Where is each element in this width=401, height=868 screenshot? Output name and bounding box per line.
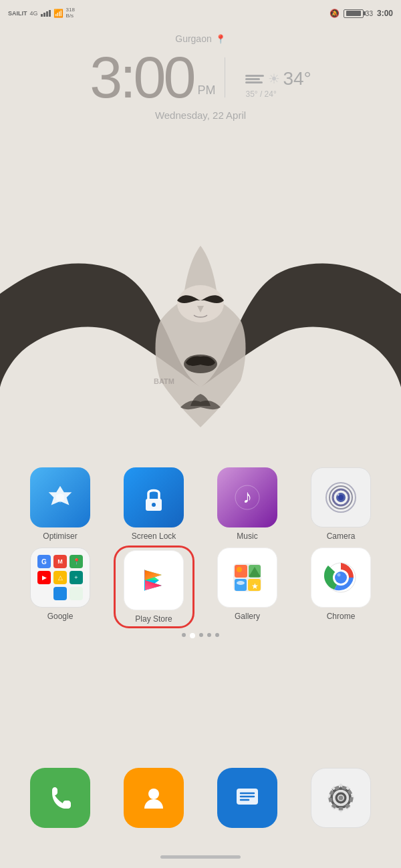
- camera-label: Camera: [327, 531, 356, 541]
- svg-point-23: [237, 581, 245, 585]
- svg-point-11: [338, 495, 344, 500]
- app-google[interactable]: G M 📍 ▶ △ + Google: [22, 548, 99, 626]
- batman-wallpaper: BATM: [0, 240, 401, 467]
- location-row: Gurgaon 📍: [0, 33, 401, 44]
- speed-label: 318B/s: [66, 7, 75, 19]
- optimiser-label: Optimiser: [43, 531, 77, 541]
- status-bar: SAILIT 4G 📶 318B/s 🔕 33 3:00: [0, 0, 401, 27]
- mute-icon: 🔕: [329, 9, 340, 18]
- app-screenlock[interactable]: Screen Lock: [116, 467, 192, 541]
- network-type: 4G: [30, 10, 38, 17]
- batman-svg: BATM: [0, 240, 401, 467]
- app-row-2: G M 📍 ▶ △ + Google: [13, 548, 388, 626]
- app-music[interactable]: ♪ Music: [209, 467, 286, 541]
- gallery-icon: ★: [217, 548, 277, 608]
- app-chrome[interactable]: Chrome: [303, 548, 380, 626]
- clock-row: 3:00 PM: [90, 48, 215, 107]
- page-dot-2: [199, 633, 203, 637]
- svg-point-27: [335, 572, 347, 584]
- optimiser-icon: [30, 467, 90, 527]
- haze-icon: [245, 75, 264, 83]
- app-camera[interactable]: Camera: [303, 467, 380, 541]
- dock-contacts[interactable]: [116, 768, 192, 828]
- screenlock-icon: [124, 467, 184, 527]
- signal-bars: [41, 10, 51, 17]
- clock-weather-divider: [225, 57, 225, 97]
- svg-point-12: [338, 494, 340, 496]
- playstore-label: Play Store: [135, 614, 172, 624]
- page-dot-0: [182, 633, 186, 637]
- weather-temp-range: 35° / 24°: [245, 89, 276, 99]
- svg-point-29: [148, 789, 159, 799]
- time-label: 3:00: [377, 9, 393, 18]
- weather-block: ☀ 34° 35° / 24°: [245, 68, 311, 99]
- svg-text:BATM: BATM: [154, 377, 174, 385]
- date-text: Wednesday, 22 April: [155, 110, 246, 121]
- music-icon: ♪: [217, 467, 277, 527]
- clock-area: Gurgaon 📍 3:00 PM ☀ 34° 35° / 24° Wednes…: [0, 33, 401, 121]
- svg-text:♪: ♪: [243, 486, 252, 507]
- playstore-icon: [124, 550, 184, 610]
- clock-weather-wrapper: 3:00 PM ☀ 34° 35° / 24°: [0, 48, 401, 107]
- gallery-label: Gallery: [235, 612, 260, 621]
- dock-settings[interactable]: [303, 768, 380, 828]
- date-row: Wednesday, 22 April: [0, 110, 401, 121]
- app-gallery[interactable]: ★ Gallery: [209, 548, 286, 626]
- google-label: Google: [47, 612, 74, 621]
- bottom-dock: [0, 768, 401, 828]
- phone-icon: [30, 768, 90, 828]
- svg-text:★: ★: [251, 582, 259, 591]
- weather-temp-main: 34°: [283, 68, 311, 89]
- weather-icon-row: ☀ 34°: [245, 68, 311, 89]
- app-row-1: Optimiser Screen Lock ♪ Music: [13, 467, 388, 541]
- svg-point-28: [338, 574, 341, 577]
- dock-messages[interactable]: [209, 768, 286, 828]
- page-dots: [13, 633, 388, 638]
- app-optimiser[interactable]: Optimiser: [22, 467, 99, 541]
- page-dot-3: [207, 633, 211, 637]
- svg-point-4: [152, 503, 156, 507]
- status-right: 🔕 33 3:00: [329, 9, 393, 18]
- page-dot-4: [215, 633, 219, 637]
- status-left: SAILIT 4G 📶 318B/s: [8, 7, 75, 19]
- carrier-label: SAILIT: [8, 10, 27, 17]
- location-text: Gurgaon: [175, 33, 211, 44]
- messages-icon: [217, 768, 277, 828]
- contacts-icon: [124, 768, 184, 828]
- clock-time: 3:00: [90, 48, 193, 107]
- screenlock-label: Screen Lock: [132, 531, 176, 541]
- wifi-icon: 📶: [53, 9, 63, 18]
- music-label: Music: [237, 531, 257, 541]
- app-grid: Optimiser Screen Lock ♪ Music: [0, 467, 401, 649]
- app-playstore[interactable]: Play Store: [116, 548, 192, 626]
- chrome-label: Chrome: [327, 612, 356, 621]
- clock-period: PM: [197, 83, 215, 97]
- dock-phone[interactable]: [22, 768, 99, 828]
- battery-label: 33: [344, 9, 373, 18]
- svg-point-21: [237, 567, 242, 572]
- page-dot-1: [190, 633, 195, 638]
- settings-icon: [311, 768, 371, 828]
- chrome-icon: [311, 548, 371, 608]
- location-pin-icon: 📍: [215, 34, 226, 44]
- svg-point-39: [339, 796, 344, 801]
- camera-icon: [311, 467, 371, 527]
- google-icon: G M 📍 ▶ △ +: [30, 548, 90, 608]
- home-indicator[interactable]: [160, 855, 241, 859]
